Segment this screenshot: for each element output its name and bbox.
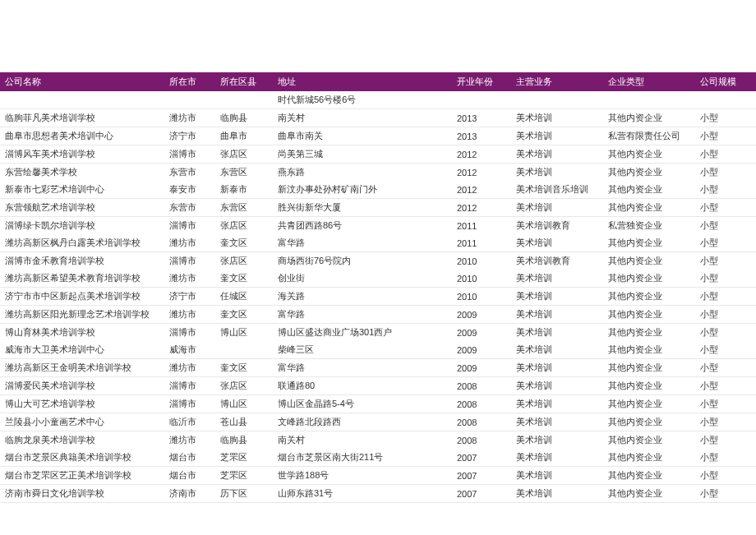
cell-biz: 美术培训 bbox=[511, 199, 603, 217]
cell-city: 潍坊市 bbox=[164, 306, 215, 324]
cell-type: 其他内资企业 bbox=[603, 485, 695, 503]
col-city: 所在市 bbox=[164, 72, 215, 91]
cell-year: 2011 bbox=[452, 217, 511, 235]
cell-type: 其他内资企业 bbox=[603, 449, 695, 467]
cell-year: 2008 bbox=[452, 413, 511, 431]
cell-year: 2012 bbox=[452, 199, 511, 217]
cell-name: 兰陵县小小童画艺术中心 bbox=[0, 413, 164, 431]
table-row: 潍坊高新区希望美术教育培训学校潍坊市奎文区创业街2010美术培训其他内资企业小型 bbox=[0, 270, 756, 288]
cell-year: 2008 bbox=[452, 431, 511, 450]
cell-biz: 美术培训教育 bbox=[511, 252, 603, 270]
cell-city: 烟台市 bbox=[164, 467, 215, 485]
table-row: 曲阜市思想者美术培训中心济宁市曲阜市曲阜市南关2013美术培训私营有限责任公司小… bbox=[0, 127, 756, 145]
cell-type: 其他内资企业 bbox=[603, 306, 695, 324]
cell-city: 淄博市 bbox=[164, 145, 215, 164]
cell-biz: 美术培训 bbox=[511, 306, 603, 324]
cell-type: 其他内资企业 bbox=[603, 431, 695, 450]
table-row: 淄博市金禾教育培训学校淄博市张店区商场西街76号院内2010美术培训教育其他内资… bbox=[0, 252, 756, 270]
table-body: 时代新城56号楼6号临朐菲凡美术培训学校潍坊市临朐县南关村2013美术培训其他内… bbox=[0, 91, 756, 503]
cell-biz: 美术培训 bbox=[511, 270, 603, 288]
cell-county: 芝罘区 bbox=[215, 467, 273, 485]
cell-county bbox=[215, 341, 273, 359]
cell-year: 2009 bbox=[452, 306, 511, 324]
cell-county: 张店区 bbox=[215, 252, 273, 270]
cell-city: 淄博市 bbox=[164, 395, 215, 413]
cell-city: 烟台市 bbox=[164, 449, 215, 467]
cell-name: 曲阜市思想者美术培训中心 bbox=[0, 127, 164, 145]
cell-type: 其他内资企业 bbox=[603, 359, 695, 377]
cell-name: 济南市舜日文化培训学校 bbox=[0, 485, 164, 503]
cell-city: 潍坊市 bbox=[164, 359, 215, 377]
cell-name: 烟台市芝罘区艺正美术培训学校 bbox=[0, 467, 164, 485]
cell-type: 其他内资企业 bbox=[603, 377, 695, 395]
cell-addr: 烟台市芝景区南大街211号 bbox=[273, 449, 452, 467]
cell-city: 东营市 bbox=[164, 164, 215, 182]
cell-name: 烟台市芝景区典籍美术培训学校 bbox=[0, 449, 164, 467]
cell-addr: 胜兴街新华大厦 bbox=[273, 199, 452, 217]
table-row: 时代新城56号楼6号 bbox=[0, 91, 756, 109]
cell-county: 张店区 bbox=[215, 217, 273, 235]
table-row: 烟台市芝景区典籍美术培训学校烟台市芝罘区烟台市芝景区南大街211号2007美术培… bbox=[0, 449, 756, 467]
cell-biz: 美术培训 bbox=[511, 127, 603, 145]
cell-county: 任城区 bbox=[215, 288, 273, 306]
cell-year: 2009 bbox=[452, 359, 511, 377]
cell-biz: 美术培训 bbox=[511, 449, 603, 467]
company-table: 公司名称 所在市 所在区县 地址 开业年份 主营业务 企业类型 公司规模 时代新… bbox=[0, 72, 756, 503]
col-scale: 公司规模 bbox=[695, 72, 756, 91]
cell-type: 其他内资企业 bbox=[603, 145, 695, 164]
cell-biz: 美术培训 bbox=[511, 341, 603, 359]
cell-type: 私营独资企业 bbox=[603, 217, 695, 235]
header-row: 公司名称 所在市 所在区县 地址 开业年份 主营业务 企业类型 公司规模 bbox=[0, 72, 756, 91]
cell-county: 芝罘区 bbox=[215, 449, 273, 467]
cell-name: 博山育林美术培训学校 bbox=[0, 324, 164, 342]
table-row: 威海市大卫美术培训中心威海市柴峰三区2009美术培训其他内资企业小型 bbox=[0, 341, 756, 359]
cell-biz: 美术培训 bbox=[511, 234, 603, 252]
cell-scale: 小型 bbox=[695, 252, 756, 270]
cell-county: 奎文区 bbox=[215, 359, 273, 377]
cell-addr: 南关村 bbox=[273, 431, 452, 450]
cell-city: 潍坊市 bbox=[164, 270, 215, 288]
cell-biz: 美术培训 bbox=[511, 431, 603, 450]
cell-type: 其他内资企业 bbox=[603, 234, 695, 252]
cell-addr: 富华路 bbox=[273, 306, 452, 324]
cell-addr: 新汶办事处孙村矿南门外 bbox=[273, 181, 452, 199]
cell-addr: 博山区金晶路5-4号 bbox=[273, 395, 452, 413]
cell-biz bbox=[511, 91, 603, 109]
cell-scale: 小型 bbox=[695, 127, 756, 145]
cell-scale: 小型 bbox=[695, 413, 756, 431]
cell-county: 奎文区 bbox=[215, 234, 273, 252]
cell-city: 淄博市 bbox=[164, 252, 215, 270]
cell-scale: 小型 bbox=[695, 164, 756, 182]
cell-year: 2012 bbox=[452, 145, 511, 164]
cell-addr: 曲阜市南关 bbox=[273, 127, 452, 145]
cell-addr: 博山区盛达商业广场301西户 bbox=[273, 324, 452, 342]
cell-scale: 小型 bbox=[695, 109, 756, 127]
cell-year: 2010 bbox=[452, 252, 511, 270]
cell-scale: 小型 bbox=[695, 359, 756, 377]
cell-city: 淄博市 bbox=[164, 377, 215, 395]
cell-scale: 小型 bbox=[695, 395, 756, 413]
cell-scale: 小型 bbox=[695, 234, 756, 252]
cell-biz: 美术培训 bbox=[511, 413, 603, 431]
cell-county: 东营区 bbox=[215, 199, 273, 217]
cell-type: 其他内资企业 bbox=[603, 252, 695, 270]
cell-type bbox=[603, 91, 695, 109]
cell-scale: 小型 bbox=[695, 449, 756, 467]
table-row: 潍坊高新区阳光新理念艺术培训学校潍坊市奎文区富华路2009美术培训其他内资企业小… bbox=[0, 306, 756, 324]
cell-name: 淄博绿卡凯尔培训学校 bbox=[0, 217, 164, 235]
cell-year: 2012 bbox=[452, 181, 511, 199]
cell-county: 历下区 bbox=[215, 485, 273, 503]
cell-biz: 美术培训 bbox=[511, 467, 603, 485]
cell-addr: 世学路188号 bbox=[273, 467, 452, 485]
cell-scale: 小型 bbox=[695, 181, 756, 199]
cell-type: 其他内资企业 bbox=[603, 164, 695, 182]
cell-county: 奎文区 bbox=[215, 306, 273, 324]
cell-county: 博山区 bbox=[215, 395, 273, 413]
table-row: 临朐菲凡美术培训学校潍坊市临朐县南关村2013美术培训其他内资企业小型 bbox=[0, 109, 756, 127]
cell-county: 张店区 bbox=[215, 145, 273, 164]
cell-biz: 美术培训 bbox=[511, 164, 603, 182]
col-county: 所在区县 bbox=[215, 72, 273, 91]
cell-scale: 小型 bbox=[695, 288, 756, 306]
cell-name: 临朐龙泉美术培训学校 bbox=[0, 431, 164, 450]
cell-city: 济宁市 bbox=[164, 288, 215, 306]
